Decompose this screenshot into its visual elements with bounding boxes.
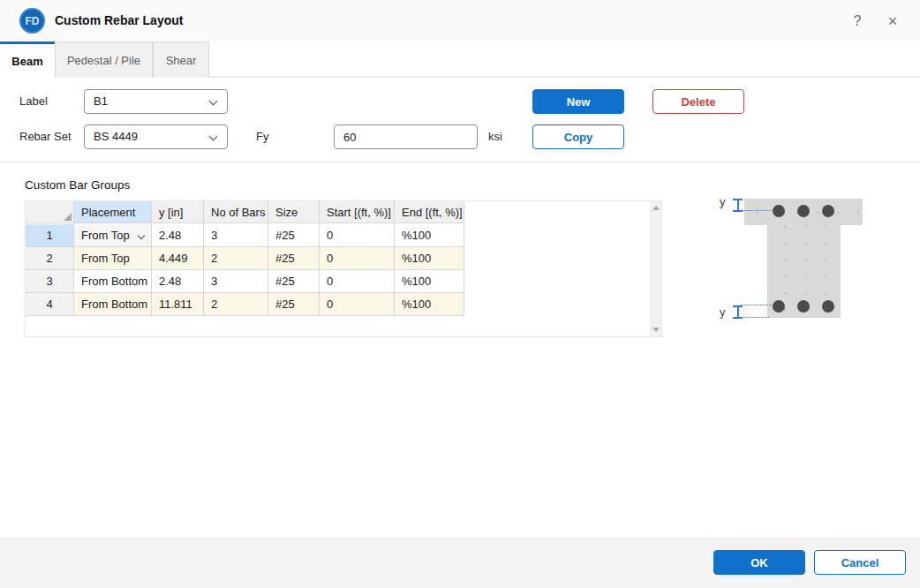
dimension-tick bbox=[733, 305, 743, 307]
copy-button[interactable]: Copy bbox=[532, 124, 624, 149]
ok-button[interactable]: OK bbox=[713, 550, 805, 575]
cell-y[interactable]: 2.48 bbox=[152, 270, 204, 293]
cell-start[interactable]: 0 bbox=[320, 293, 395, 316]
column-header-end[interactable]: End [(ft, %)] bbox=[395, 201, 464, 223]
label-field-label: Label bbox=[19, 89, 48, 114]
help-icon[interactable]: ? bbox=[846, 11, 869, 32]
cell-placement[interactable]: From Bottom bbox=[74, 293, 152, 316]
cell-placement[interactable]: From Bottom bbox=[74, 270, 152, 293]
rebar-set-dropdown[interactable]: BS 4449 bbox=[84, 124, 228, 149]
cell-end[interactable]: %100 bbox=[395, 224, 464, 247]
cell-y[interactable]: 11.811 bbox=[152, 293, 204, 316]
beam-cross-section-diagram: y y bbox=[715, 190, 901, 340]
cell-y[interactable]: 4.449 bbox=[152, 247, 204, 270]
label-dropdown[interactable]: B1 bbox=[84, 89, 228, 114]
label-dropdown-value: B1 bbox=[94, 94, 108, 108]
cell-start[interactable]: 0 bbox=[320, 270, 395, 293]
rebar-dot bbox=[797, 205, 810, 217]
cell-no-of-bars[interactable]: 3 bbox=[204, 224, 268, 247]
app-logo-icon: FD bbox=[19, 8, 45, 34]
table-scrollbar[interactable] bbox=[650, 201, 661, 336]
rebar-dot bbox=[822, 205, 834, 217]
row-number[interactable]: 3 bbox=[26, 270, 74, 293]
fy-input[interactable] bbox=[334, 124, 478, 149]
dimension-dotted-line bbox=[741, 210, 773, 211]
table-corner-cell[interactable] bbox=[26, 201, 74, 223]
tab-shear[interactable]: Shear bbox=[153, 41, 209, 78]
cancel-button[interactable]: Cancel bbox=[814, 550, 906, 575]
custom-bar-groups-title: Custom Bar Groups bbox=[25, 178, 130, 192]
dialog-footer: OK Cancel bbox=[0, 537, 920, 588]
column-header-start[interactable]: Start [(ft, %)] bbox=[320, 201, 395, 223]
row-number[interactable]: 2 bbox=[26, 247, 74, 270]
app-logo-text: FD bbox=[26, 15, 40, 27]
cell-size[interactable]: #25 bbox=[268, 247, 320, 270]
dimension-label-top: y bbox=[720, 195, 726, 208]
cell-start[interactable]: 0 bbox=[320, 224, 395, 247]
delete-button[interactable]: Delete bbox=[652, 89, 744, 114]
bar-groups-grid: Placement y [in] No of Bars Size Start [… bbox=[26, 201, 464, 316]
new-button[interactable]: New bbox=[532, 89, 624, 114]
rebar-set-dropdown-value: BS 4449 bbox=[94, 130, 138, 143]
chevron-down-icon bbox=[209, 132, 218, 141]
dimension-tick bbox=[733, 199, 743, 200]
tab-beam[interactable]: Beam bbox=[0, 41, 55, 78]
fy-label: Fy bbox=[256, 124, 268, 149]
custom-rebar-layout-dialog: FD Custom Rebar Layout ? × Beam Pedestal… bbox=[0, 0, 920, 588]
cell-end[interactable]: %100 bbox=[395, 293, 464, 316]
column-header-y[interactable]: y [in] bbox=[152, 201, 204, 223]
cell-placement[interactable]: From Top bbox=[74, 247, 152, 270]
tab-strip: Beam Pedestal / Pile Shear bbox=[0, 41, 920, 78]
title-bar: FD Custom Rebar Layout ? × bbox=[0, 0, 920, 41]
rebar-dot bbox=[797, 300, 810, 313]
cell-no-of-bars[interactable]: 2 bbox=[204, 293, 268, 316]
row-number[interactable]: 1 bbox=[26, 224, 74, 247]
cell-placement-value: From Top bbox=[81, 229, 130, 242]
cell-size[interactable]: #25 bbox=[268, 224, 320, 247]
cell-end[interactable]: %100 bbox=[395, 247, 464, 270]
cell-placement[interactable]: From Top bbox=[74, 224, 152, 247]
fy-unit-label: ksi bbox=[488, 124, 502, 149]
bar-groups-table: Placement y [in] No of Bars Size Start [… bbox=[25, 200, 662, 337]
close-icon[interactable]: × bbox=[881, 11, 904, 32]
section-divider bbox=[0, 162, 920, 162]
chevron-down-icon bbox=[209, 97, 218, 106]
cell-y[interactable]: 2.48 bbox=[152, 224, 204, 247]
cell-no-of-bars[interactable]: 3 bbox=[204, 270, 268, 293]
cell-no-of-bars[interactable]: 2 bbox=[204, 247, 268, 270]
rebar-dot bbox=[822, 300, 834, 313]
window-title: Custom Rebar Layout bbox=[55, 0, 183, 41]
cell-end[interactable]: %100 bbox=[395, 270, 464, 293]
cell-size[interactable]: #25 bbox=[268, 293, 320, 316]
rebar-dot bbox=[773, 205, 785, 217]
scroll-down-icon[interactable] bbox=[652, 328, 660, 332]
dimension-dotted-line bbox=[741, 317, 769, 318]
chevron-down-icon[interactable] bbox=[138, 232, 145, 239]
dimension-label-bottom: y bbox=[720, 305, 726, 319]
dimension-dotted-line bbox=[741, 305, 773, 305]
column-header-size[interactable]: Size bbox=[268, 201, 320, 223]
dimension-line bbox=[737, 305, 739, 318]
scroll-up-icon[interactable] bbox=[652, 206, 660, 210]
select-all-triangle-icon bbox=[64, 213, 72, 221]
dimension-line bbox=[737, 199, 739, 211]
column-header-no-of-bars[interactable]: No of Bars bbox=[204, 201, 268, 223]
tab-pedestal-pile[interactable]: Pedestal / Pile bbox=[55, 41, 153, 78]
rebar-dot bbox=[773, 300, 785, 313]
cell-start[interactable]: 0 bbox=[320, 247, 395, 270]
rebar-set-label: Rebar Set bbox=[19, 124, 72, 149]
row-number[interactable]: 4 bbox=[26, 293, 74, 316]
column-header-placement[interactable]: Placement bbox=[74, 201, 152, 223]
cell-size[interactable]: #25 bbox=[268, 270, 320, 293]
